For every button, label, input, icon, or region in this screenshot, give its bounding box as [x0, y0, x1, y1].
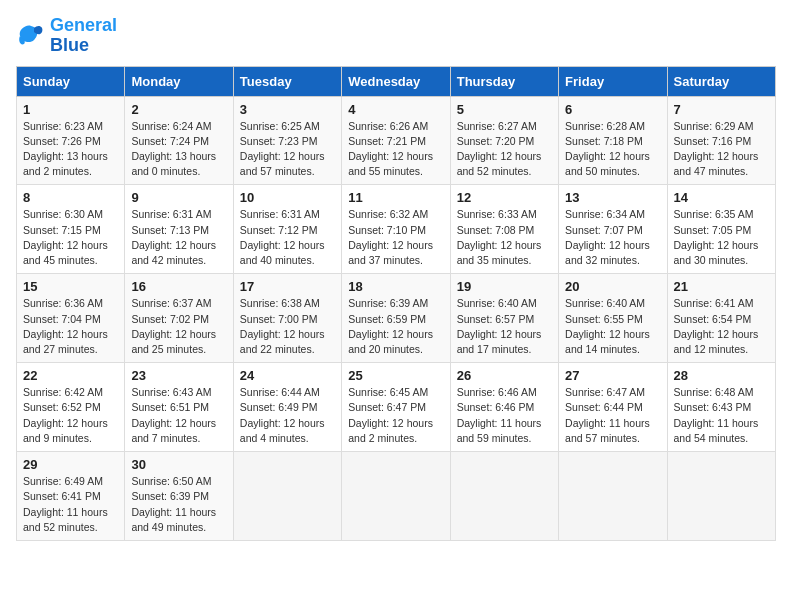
calendar-cell: 6Sunrise: 6:28 AM Sunset: 7:18 PM Daylig… — [559, 96, 667, 185]
day-number: 8 — [23, 190, 118, 205]
day-number: 4 — [348, 102, 443, 117]
calendar-cell: 24Sunrise: 6:44 AM Sunset: 6:49 PM Dayli… — [233, 363, 341, 452]
calendar-cell: 11Sunrise: 6:32 AM Sunset: 7:10 PM Dayli… — [342, 185, 450, 274]
day-info: Sunrise: 6:39 AM Sunset: 6:59 PM Dayligh… — [348, 296, 443, 357]
calendar-cell: 30Sunrise: 6:50 AM Sunset: 6:39 PM Dayli… — [125, 452, 233, 541]
day-number: 10 — [240, 190, 335, 205]
day-number: 23 — [131, 368, 226, 383]
calendar-cell: 29Sunrise: 6:49 AM Sunset: 6:41 PM Dayli… — [17, 452, 125, 541]
day-number: 11 — [348, 190, 443, 205]
day-info: Sunrise: 6:23 AM Sunset: 7:26 PM Dayligh… — [23, 119, 118, 180]
calendar-cell: 7Sunrise: 6:29 AM Sunset: 7:16 PM Daylig… — [667, 96, 775, 185]
col-header-wednesday: Wednesday — [342, 66, 450, 96]
calendar-cell — [450, 452, 558, 541]
calendar-cell: 13Sunrise: 6:34 AM Sunset: 7:07 PM Dayli… — [559, 185, 667, 274]
calendar-cell: 9Sunrise: 6:31 AM Sunset: 7:13 PM Daylig… — [125, 185, 233, 274]
day-info: Sunrise: 6:30 AM Sunset: 7:15 PM Dayligh… — [23, 207, 118, 268]
calendar-cell — [342, 452, 450, 541]
col-header-thursday: Thursday — [450, 66, 558, 96]
calendar-cell: 19Sunrise: 6:40 AM Sunset: 6:57 PM Dayli… — [450, 274, 558, 363]
calendar-cell: 4Sunrise: 6:26 AM Sunset: 7:21 PM Daylig… — [342, 96, 450, 185]
day-info: Sunrise: 6:36 AM Sunset: 7:04 PM Dayligh… — [23, 296, 118, 357]
col-header-monday: Monday — [125, 66, 233, 96]
day-number: 2 — [131, 102, 226, 117]
day-info: Sunrise: 6:50 AM Sunset: 6:39 PM Dayligh… — [131, 474, 226, 535]
col-header-sunday: Sunday — [17, 66, 125, 96]
day-number: 27 — [565, 368, 660, 383]
day-number: 30 — [131, 457, 226, 472]
day-number: 21 — [674, 279, 769, 294]
col-header-tuesday: Tuesday — [233, 66, 341, 96]
day-number: 6 — [565, 102, 660, 117]
day-info: Sunrise: 6:38 AM Sunset: 7:00 PM Dayligh… — [240, 296, 335, 357]
day-info: Sunrise: 6:42 AM Sunset: 6:52 PM Dayligh… — [23, 385, 118, 446]
day-number: 13 — [565, 190, 660, 205]
day-info: Sunrise: 6:47 AM Sunset: 6:44 PM Dayligh… — [565, 385, 660, 446]
day-number: 22 — [23, 368, 118, 383]
calendar-cell: 16Sunrise: 6:37 AM Sunset: 7:02 PM Dayli… — [125, 274, 233, 363]
day-info: Sunrise: 6:40 AM Sunset: 6:57 PM Dayligh… — [457, 296, 552, 357]
day-number: 28 — [674, 368, 769, 383]
calendar-cell: 17Sunrise: 6:38 AM Sunset: 7:00 PM Dayli… — [233, 274, 341, 363]
calendar-cell: 22Sunrise: 6:42 AM Sunset: 6:52 PM Dayli… — [17, 363, 125, 452]
day-number: 20 — [565, 279, 660, 294]
day-info: Sunrise: 6:37 AM Sunset: 7:02 PM Dayligh… — [131, 296, 226, 357]
calendar-cell — [667, 452, 775, 541]
calendar-cell: 21Sunrise: 6:41 AM Sunset: 6:54 PM Dayli… — [667, 274, 775, 363]
day-number: 25 — [348, 368, 443, 383]
calendar-cell: 20Sunrise: 6:40 AM Sunset: 6:55 PM Dayli… — [559, 274, 667, 363]
day-info: Sunrise: 6:33 AM Sunset: 7:08 PM Dayligh… — [457, 207, 552, 268]
calendar-cell: 12Sunrise: 6:33 AM Sunset: 7:08 PM Dayli… — [450, 185, 558, 274]
day-number: 17 — [240, 279, 335, 294]
day-number: 1 — [23, 102, 118, 117]
calendar-cell: 27Sunrise: 6:47 AM Sunset: 6:44 PM Dayli… — [559, 363, 667, 452]
calendar-cell: 14Sunrise: 6:35 AM Sunset: 7:05 PM Dayli… — [667, 185, 775, 274]
calendar-cell: 3Sunrise: 6:25 AM Sunset: 7:23 PM Daylig… — [233, 96, 341, 185]
calendar-week-row: 22Sunrise: 6:42 AM Sunset: 6:52 PM Dayli… — [17, 363, 776, 452]
calendar-table: SundayMondayTuesdayWednesdayThursdayFrid… — [16, 66, 776, 541]
calendar-week-row: 29Sunrise: 6:49 AM Sunset: 6:41 PM Dayli… — [17, 452, 776, 541]
col-header-saturday: Saturday — [667, 66, 775, 96]
calendar-cell: 15Sunrise: 6:36 AM Sunset: 7:04 PM Dayli… — [17, 274, 125, 363]
day-number: 14 — [674, 190, 769, 205]
day-info: Sunrise: 6:25 AM Sunset: 7:23 PM Dayligh… — [240, 119, 335, 180]
page-header: General Blue — [16, 16, 776, 56]
day-info: Sunrise: 6:31 AM Sunset: 7:13 PM Dayligh… — [131, 207, 226, 268]
calendar-cell — [233, 452, 341, 541]
day-number: 5 — [457, 102, 552, 117]
calendar-week-row: 15Sunrise: 6:36 AM Sunset: 7:04 PM Dayli… — [17, 274, 776, 363]
day-info: Sunrise: 6:44 AM Sunset: 6:49 PM Dayligh… — [240, 385, 335, 446]
day-number: 15 — [23, 279, 118, 294]
day-number: 3 — [240, 102, 335, 117]
day-info: Sunrise: 6:40 AM Sunset: 6:55 PM Dayligh… — [565, 296, 660, 357]
calendar-week-row: 1Sunrise: 6:23 AM Sunset: 7:26 PM Daylig… — [17, 96, 776, 185]
day-number: 9 — [131, 190, 226, 205]
day-info: Sunrise: 6:29 AM Sunset: 7:16 PM Dayligh… — [674, 119, 769, 180]
day-number: 18 — [348, 279, 443, 294]
calendar-cell: 10Sunrise: 6:31 AM Sunset: 7:12 PM Dayli… — [233, 185, 341, 274]
calendar-cell: 1Sunrise: 6:23 AM Sunset: 7:26 PM Daylig… — [17, 96, 125, 185]
day-number: 29 — [23, 457, 118, 472]
day-info: Sunrise: 6:27 AM Sunset: 7:20 PM Dayligh… — [457, 119, 552, 180]
logo-text: General Blue — [50, 16, 117, 56]
day-info: Sunrise: 6:46 AM Sunset: 6:46 PM Dayligh… — [457, 385, 552, 446]
logo-bird-icon — [16, 22, 46, 50]
day-number: 24 — [240, 368, 335, 383]
calendar-cell: 8Sunrise: 6:30 AM Sunset: 7:15 PM Daylig… — [17, 185, 125, 274]
day-number: 26 — [457, 368, 552, 383]
logo: General Blue — [16, 16, 117, 56]
day-number: 7 — [674, 102, 769, 117]
calendar-cell: 28Sunrise: 6:48 AM Sunset: 6:43 PM Dayli… — [667, 363, 775, 452]
day-number: 12 — [457, 190, 552, 205]
col-header-friday: Friday — [559, 66, 667, 96]
day-number: 16 — [131, 279, 226, 294]
day-info: Sunrise: 6:45 AM Sunset: 6:47 PM Dayligh… — [348, 385, 443, 446]
calendar-cell — [559, 452, 667, 541]
calendar-week-row: 8Sunrise: 6:30 AM Sunset: 7:15 PM Daylig… — [17, 185, 776, 274]
calendar-header-row: SundayMondayTuesdayWednesdayThursdayFrid… — [17, 66, 776, 96]
day-info: Sunrise: 6:48 AM Sunset: 6:43 PM Dayligh… — [674, 385, 769, 446]
day-info: Sunrise: 6:31 AM Sunset: 7:12 PM Dayligh… — [240, 207, 335, 268]
calendar-cell: 18Sunrise: 6:39 AM Sunset: 6:59 PM Dayli… — [342, 274, 450, 363]
day-info: Sunrise: 6:34 AM Sunset: 7:07 PM Dayligh… — [565, 207, 660, 268]
calendar-cell: 5Sunrise: 6:27 AM Sunset: 7:20 PM Daylig… — [450, 96, 558, 185]
